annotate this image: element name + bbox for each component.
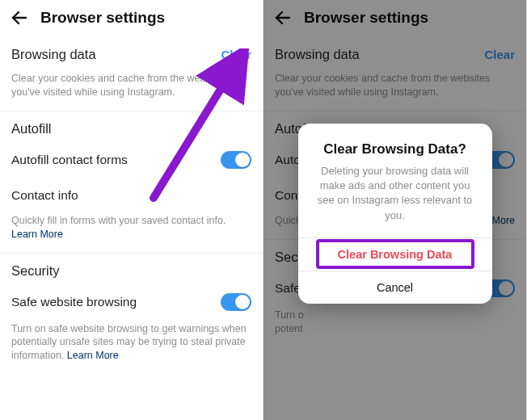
browsing-data-row: Browsing data Clear: [0, 39, 263, 70]
security-desc: Turn on safe website browsing to get war…: [0, 321, 263, 375]
dialog-title: Clear Browsing Data?: [313, 141, 478, 158]
back-arrow-icon[interactable]: [10, 8, 29, 27]
clear-browsing-data-link[interactable]: Clear: [221, 48, 251, 61]
autofill-contact-forms-toggle[interactable]: [221, 151, 251, 169]
browsing-data-desc: Clear your cookies and cache from the we…: [0, 70, 263, 111]
clear-browsing-data-dialog: Clear Browsing Data? Deleting your brows…: [298, 124, 492, 304]
safe-browsing-label: Safe website browsing: [11, 295, 137, 309]
autofill-contact-forms-row[interactable]: Autofill contact forms: [0, 141, 263, 178]
dialog-cancel-button[interactable]: Cancel: [298, 271, 492, 304]
autofill-section: Autofill: [0, 111, 263, 141]
security-learn-more-link[interactable]: Learn More: [67, 350, 119, 361]
autofill-contact-forms-label: Autofill contact forms: [11, 153, 128, 167]
dialog-confirm-button[interactable]: Clear Browsing Data: [298, 237, 492, 271]
contact-info-label: Contact info: [11, 188, 78, 203]
screenshot-left: Browser settings Browsing data Clear Cle…: [0, 0, 264, 420]
autofill-learn-more-link[interactable]: Learn More: [11, 229, 63, 240]
autofill-desc-text: Quickly fill in forms with your saved co…: [11, 215, 226, 226]
safe-browsing-toggle[interactable]: [221, 293, 251, 311]
contact-info-row[interactable]: Contact info: [0, 178, 263, 212]
screenshot-right: Browser settings Browsing data Clear Cle…: [264, 0, 527, 420]
dialog-body: Clear Browsing Data? Deleting your brows…: [298, 124, 492, 237]
security-section: Security: [0, 254, 263, 284]
browsing-data-label: Browsing data: [11, 47, 96, 62]
dialog-message: Deleting your browsing data will make ad…: [313, 164, 478, 223]
autofill-desc: Quickly fill in forms with your saved co…: [0, 212, 263, 253]
security-desc-text: Turn on safe website browsing to get war…: [11, 323, 247, 362]
header: Browser settings: [0, 0, 263, 39]
safe-browsing-row[interactable]: Safe website browsing: [0, 284, 263, 321]
page-title: Browser settings: [40, 9, 165, 27]
